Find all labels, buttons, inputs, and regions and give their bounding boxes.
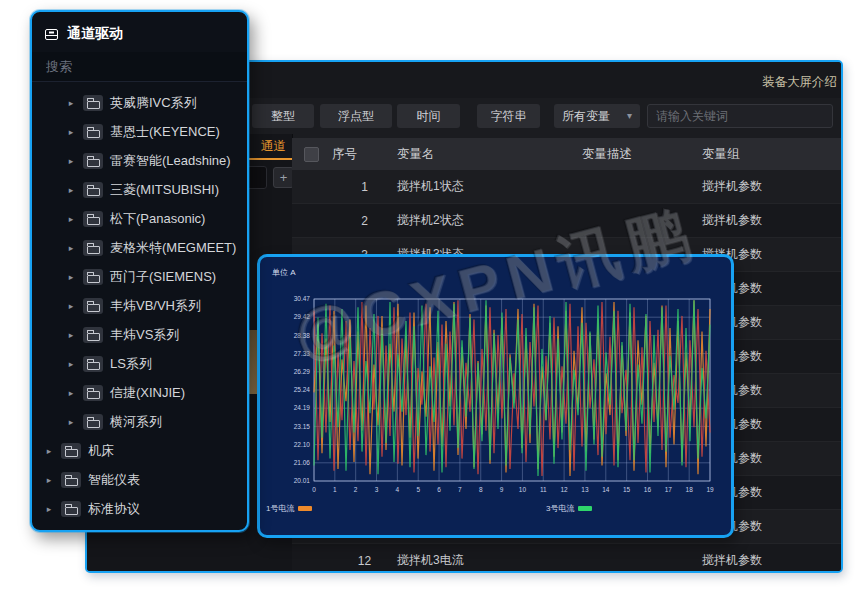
cell-variable-name: 搅拌机2状态	[397, 212, 582, 229]
folder-icon	[83, 182, 103, 198]
folder-icon	[83, 385, 103, 401]
svg-text:24.19: 24.19	[294, 404, 311, 411]
select-all-checkbox[interactable]	[304, 147, 319, 162]
caret-right-icon[interactable]: ▸	[66, 127, 76, 137]
driver-item-label: LS系列	[110, 355, 152, 373]
svg-text:0: 0	[312, 486, 316, 493]
driver-tree-item[interactable]: ▸信捷(XINJIE)	[32, 378, 247, 407]
filter-button-2[interactable]: 时间	[397, 104, 460, 128]
driver-tree-item[interactable]: ▸横河系列	[32, 407, 247, 436]
svg-text:19: 19	[706, 486, 714, 493]
driver-tree-item[interactable]: ▸英威腾IVC系列	[32, 88, 247, 117]
driver-tree-item[interactable]: ▸标准协议	[32, 494, 247, 523]
big-screen-intro-link[interactable]: 装备大屏介绍	[762, 74, 837, 91]
legend-item: 1号电流	[266, 503, 312, 514]
caret-right-icon[interactable]: ▸	[66, 272, 76, 282]
driver-tree-item[interactable]: ▸智能仪表	[32, 465, 247, 494]
filter-button-0[interactable]: 整型	[252, 104, 314, 128]
svg-text:14: 14	[602, 486, 610, 493]
driver-tree-item[interactable]: ▸西门子(SIEMENS)	[32, 262, 247, 291]
cell-variable-name: 搅拌机3电流	[397, 552, 582, 569]
driver-tree-item[interactable]: ▸麦格米特(MEGMEET)	[32, 233, 247, 262]
folder-icon	[83, 95, 103, 111]
caret-right-icon[interactable]: ▸	[66, 156, 76, 166]
driver-search-input[interactable]	[32, 52, 247, 82]
folder-icon	[83, 269, 103, 285]
caret-right-icon[interactable]: ▸	[66, 185, 76, 195]
svg-text:12: 12	[560, 486, 568, 493]
driver-item-label: 三菱(MITSUBISHI)	[110, 181, 219, 199]
variable-type-dropdown[interactable]: 所有变量 ▾	[554, 104, 640, 128]
caret-right-icon[interactable]: ▸	[66, 388, 76, 398]
svg-text:15: 15	[623, 486, 631, 493]
svg-text:25.24: 25.24	[294, 386, 311, 393]
driver-item-label: 丰炜VS系列	[110, 326, 179, 344]
caret-right-icon[interactable]: ▸	[44, 475, 54, 485]
driver-tree: ▸英威腾IVC系列▸基恩士(KEYENCE)▸雷赛智能(Leadshine)▸三…	[32, 82, 247, 523]
driver-tree-item[interactable]: ▸丰炜VB/VH系列	[32, 291, 247, 320]
column-header: 变量名	[397, 146, 582, 163]
cell-index: 2	[332, 214, 397, 228]
cell-index: 1	[332, 180, 397, 194]
table-row[interactable]: 12搅拌机3电流搅拌机参数	[292, 544, 841, 573]
svg-text:21.06: 21.06	[294, 459, 311, 466]
keyword-search-input[interactable]	[647, 104, 833, 128]
caret-right-icon[interactable]: ▸	[66, 98, 76, 108]
legend-swatch	[298, 506, 312, 511]
svg-text:20.01: 20.01	[294, 477, 311, 484]
caret-right-icon[interactable]: ▸	[66, 330, 76, 340]
dropdown-value: 所有变量	[562, 109, 610, 123]
filter-button-1[interactable]: 浮点型	[320, 104, 392, 128]
driver-item-label: 麦格米特(MEGMEET)	[110, 239, 236, 257]
unit-label: 单位 A	[272, 267, 296, 278]
svg-text:23.15: 23.15	[294, 423, 311, 430]
table-row[interactable]: 2搅拌机2状态搅拌机参数	[292, 204, 841, 238]
folder-icon	[83, 414, 103, 430]
svg-text:27.33: 27.33	[294, 350, 311, 357]
legend-label: 1号电流	[266, 503, 294, 514]
trend-chart: 30.4729.4228.3827.3326.2925.2424.1923.15…	[268, 291, 720, 507]
table-row[interactable]: 1搅拌机1状态搅拌机参数	[292, 170, 841, 204]
driver-tree-item[interactable]: ▸雷赛智能(Leadshine)	[32, 146, 247, 175]
driver-tree-item[interactable]: ▸机床	[32, 436, 247, 465]
svg-text:7: 7	[458, 486, 462, 493]
add-channel-button[interactable]: +	[273, 167, 294, 188]
driver-tree-item[interactable]: ▸LS系列	[32, 349, 247, 378]
folder-icon	[83, 240, 103, 256]
caret-right-icon[interactable]: ▸	[44, 504, 54, 514]
folder-icon	[83, 327, 103, 343]
driver-tree-item[interactable]: ▸基恩士(KEYENCE)	[32, 117, 247, 146]
svg-text:29.42: 29.42	[294, 313, 311, 320]
driver-tree-item[interactable]: ▸松下(Panasonic)	[32, 204, 247, 233]
chevron-down-icon: ▾	[627, 104, 632, 128]
folder-icon	[83, 124, 103, 140]
driver-item-label: 雷赛智能(Leadshine)	[110, 152, 231, 170]
legend-item: 3号电流	[546, 503, 592, 514]
driver-item-label: 丰炜VB/VH系列	[110, 297, 201, 315]
driver-item-label: 基恩士(KEYENCE)	[110, 123, 220, 141]
trend-chart-popup: 单位 A 30.4729.4228.3827.3326.2925.2424.19…	[257, 254, 734, 538]
svg-text:13: 13	[581, 486, 589, 493]
column-header: 变量描述	[582, 146, 702, 163]
caret-right-icon[interactable]: ▸	[66, 301, 76, 311]
svg-text:11: 11	[540, 486, 547, 493]
panel-title: 通道驱动	[67, 25, 123, 43]
filter-button-3[interactable]: 字符串	[477, 104, 540, 128]
svg-text:8: 8	[479, 486, 483, 493]
svg-text:17: 17	[665, 486, 673, 493]
folder-icon	[83, 153, 103, 169]
driver-item-label: 机床	[88, 442, 114, 460]
svg-text:30.47: 30.47	[294, 295, 311, 302]
caret-right-icon[interactable]: ▸	[66, 417, 76, 427]
caret-right-icon[interactable]: ▸	[66, 214, 76, 224]
svg-text:2: 2	[354, 486, 358, 493]
driver-tree-item[interactable]: ▸三菱(MITSUBISHI)	[32, 175, 247, 204]
cell-index: 12	[332, 554, 397, 568]
tab-channel[interactable]: 通道	[261, 138, 286, 155]
cell-variable-name: 搅拌机1状态	[397, 178, 582, 195]
caret-right-icon[interactable]: ▸	[44, 446, 54, 456]
driver-item-label: 横河系列	[110, 413, 162, 431]
driver-tree-item[interactable]: ▸丰炜VS系列	[32, 320, 247, 349]
caret-right-icon[interactable]: ▸	[66, 359, 76, 369]
caret-right-icon[interactable]: ▸	[66, 243, 76, 253]
